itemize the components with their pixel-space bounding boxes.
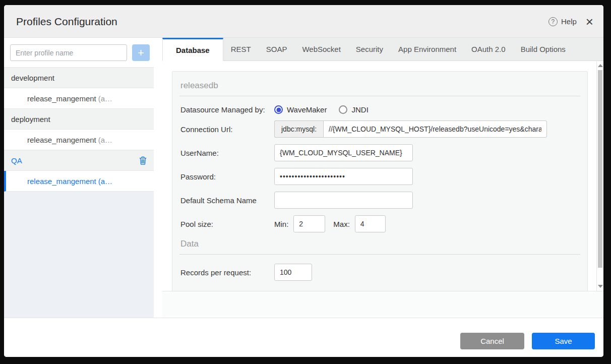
profile-search-row: + [4, 38, 154, 68]
radio-label: WaveMaker [287, 105, 327, 114]
default-schema-input[interactable] [274, 192, 413, 209]
help-icon: ? [548, 17, 558, 26]
datasource-title: releasedb [180, 81, 580, 91]
profile-label-suffix: (a… [98, 177, 112, 186]
profile-label-suffix: (a… [98, 136, 112, 144]
sidebar-group-deployment[interactable]: deployment [4, 109, 154, 130]
scroll-up-icon[interactable] [598, 64, 603, 67]
radio-jndi[interactable]: JNDI [339, 105, 368, 114]
pool-min-label: Min: [274, 220, 288, 228]
profile-label: release_mangement [27, 136, 96, 144]
field-label: UserName: [179, 149, 274, 157]
password-input[interactable] [274, 168, 413, 185]
group-label: development [11, 74, 54, 82]
username-input[interactable] [274, 144, 413, 161]
tab-websocket[interactable]: WebSocket [294, 38, 348, 60]
profile-label: release_mangement [27, 177, 96, 186]
pool-max-label: Max: [333, 220, 350, 228]
save-button[interactable]: Save [532, 333, 595, 349]
datasource-card: releasedb Datasource Managed by: WaveMak… [172, 71, 588, 291]
field-label: Connection Url: [179, 125, 274, 134]
page-title: Profiles Configuration [16, 5, 117, 38]
default-schema-row: Default Schema Name [179, 192, 580, 209]
field-label: Datasource Managed by: [179, 105, 274, 114]
help-label: Help [561, 17, 577, 26]
field-label: Password: [179, 172, 274, 181]
jdbc-prefix-addon: jdbc:mysql: [274, 120, 323, 138]
sidebar-group-development[interactable]: development [4, 68, 154, 88]
connection-url-input[interactable] [323, 120, 547, 138]
content-footer-strip [162, 291, 603, 318]
pool-min-input[interactable] [293, 215, 325, 232]
field-label: Pool size: [179, 220, 274, 228]
tab-build-options[interactable]: Build Options [513, 38, 573, 60]
field-label: Default Schema Name [179, 196, 274, 205]
tab-app-environment[interactable]: App Environment [391, 38, 464, 60]
sidebar-item-release-mangement[interactable]: release_mangement (a… [4, 130, 154, 150]
add-profile-button[interactable]: + [132, 44, 150, 61]
dialog-header: Profiles Configuration ? Help × [4, 5, 603, 38]
pool-size-row: Pool size: Min: Max: [179, 215, 580, 232]
close-icon[interactable]: × [585, 15, 594, 28]
sidebar-item-release-mangement[interactable]: release_mangement (a… [4, 88, 154, 109]
tab-soap[interactable]: SOAP [259, 38, 295, 60]
data-section-title: Data [180, 239, 580, 249]
password-row: Password: [179, 168, 580, 185]
records-per-request-input[interactable] [274, 264, 312, 281]
pool-max-input[interactable] [355, 215, 386, 232]
radio-label: JNDI [351, 105, 368, 114]
records-per-request-row: Records per request: [179, 264, 580, 281]
tab-security[interactable]: Security [348, 38, 391, 60]
radio-unselected-icon [339, 105, 347, 114]
profile-label: release_mangement [27, 94, 96, 103]
content-scrollbar[interactable] [596, 61, 603, 291]
radio-wavemaker[interactable]: WaveMaker [274, 105, 327, 114]
tab-rest[interactable]: REST [223, 38, 259, 60]
connection-url-row: Connection Url: jdbc:mysql: [179, 120, 580, 138]
sidebar-item-release-mangement-selected[interactable]: release_mangement (a… [4, 171, 154, 192]
section-divider [179, 96, 580, 96]
help-button[interactable]: ? Help [548, 17, 577, 26]
dialog-footer: Cancel Save [4, 318, 603, 357]
profiles-configuration-dialog: Profiles Configuration ? Help × + develo… [4, 5, 603, 357]
profiles-sidebar: + development release_mangement (a… depl… [4, 38, 154, 318]
profile-label-suffix: (a… [98, 94, 112, 103]
datasource-managed-row: Datasource Managed by: WaveMaker JNDI [179, 105, 580, 114]
radio-selected-icon [274, 105, 283, 114]
scroll-down-icon[interactable] [598, 285, 603, 288]
delete-profile-icon[interactable] [139, 156, 147, 165]
scrollbar-thumb[interactable] [598, 70, 602, 268]
config-tabbar: Database REST SOAP WebSocket Security Ap… [162, 38, 603, 61]
section-divider [179, 254, 580, 255]
database-tab-content: releasedb Datasource Managed by: WaveMak… [162, 61, 597, 291]
group-label: QA [11, 156, 22, 165]
cancel-button[interactable]: Cancel [460, 333, 524, 349]
username-row: UserName: [179, 144, 580, 161]
group-label: deployment [11, 115, 50, 124]
profile-name-input[interactable] [10, 44, 127, 61]
tab-oauth[interactable]: OAuth 2.0 [464, 38, 513, 60]
tab-database[interactable]: Database [162, 38, 223, 61]
field-label: Records per request: [179, 268, 274, 277]
sidebar-group-qa[interactable]: QA [4, 150, 154, 171]
